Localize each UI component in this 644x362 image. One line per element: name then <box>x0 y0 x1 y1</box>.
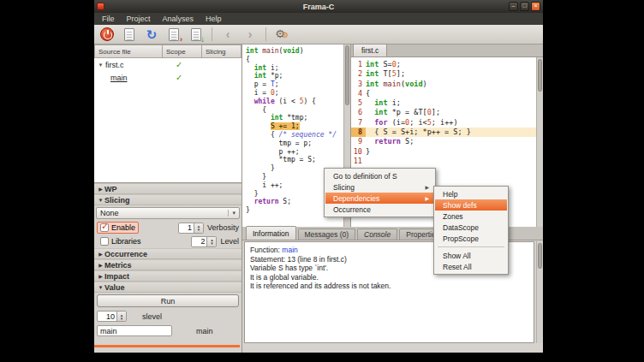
enable-option[interactable]: ✓ Enable <box>97 222 139 234</box>
source-line[interactable]: 2int T[5]; <box>351 69 536 79</box>
maximize-button[interactable]: □ <box>520 2 529 11</box>
section-value[interactable]: ▼ Value <box>94 282 242 293</box>
code-line[interactable]: { <box>246 106 350 115</box>
new-file-icon <box>124 28 134 41</box>
quit-button[interactable] <box>98 26 116 43</box>
info-scrollbar[interactable] <box>536 241 543 343</box>
back-button[interactable]: ‹ <box>218 26 237 43</box>
load-session-button[interactable]: › <box>164 26 183 43</box>
scrollbar-thumb[interactable] <box>538 243 542 269</box>
menu-item-label: Dependencies <box>333 194 379 203</box>
code-line[interactable]: { /* sequence */ <box>246 131 350 139</box>
section-metrics[interactable]: ▶ Metrics <box>94 259 242 270</box>
code-line[interactable]: tmp = p; <box>246 139 350 148</box>
enable-checkbox[interactable]: ✓ <box>100 223 109 232</box>
menu-project[interactable]: Project <box>121 14 157 24</box>
expander-icon[interactable]: ▼ <box>97 62 104 68</box>
level-spinner[interactable]: 2 ▴▾ <box>191 236 217 247</box>
submenu-item-help[interactable]: Help <box>435 188 507 199</box>
collapsed-icon: ▶ <box>97 251 104 257</box>
libraries-option[interactable]: Libraries <box>97 235 145 247</box>
code-line[interactable]: while (i < 5) { <box>246 98 350 106</box>
forward-button[interactable]: › <box>241 26 259 43</box>
code-line[interactable]: p ++; <box>246 148 350 157</box>
code-line[interactable]: i = 0; <box>246 89 350 98</box>
new-project-button[interactable] <box>120 26 139 43</box>
source-line[interactable]: 10} <box>351 147 536 157</box>
minimize-button[interactable]: – <box>509 2 518 11</box>
menu-item-label: Reset All <box>443 263 472 271</box>
line-code: { S = S+i; *p++ = S; } <box>366 128 471 137</box>
section-occurrence[interactable]: ▶ Occurrence <box>94 248 242 259</box>
tab-console[interactable]: Console <box>357 228 397 240</box>
spinner-arrows[interactable]: ▴▾ <box>116 312 126 321</box>
spinner-arrows[interactable]: ▴▾ <box>194 223 203 233</box>
slicing-combo[interactable]: None ▾ <box>96 207 240 219</box>
menu-help[interactable]: Help <box>200 14 228 24</box>
tab-first-c[interactable]: first.c <box>353 44 387 56</box>
tree-row-main[interactable]: main ✓ <box>94 71 242 84</box>
tree-row-first-c[interactable]: ▼ first.c ✓ <box>94 58 242 71</box>
context-menu-item-slicing[interactable]: Slicing▶ <box>325 181 434 193</box>
verbosity-spinner[interactable]: 1 ▴▾ <box>178 223 204 234</box>
submenu-item-propscope[interactable]: PropScope <box>435 233 507 244</box>
submenu-item-reset-all[interactable]: Reset All <box>435 261 507 272</box>
source-line[interactable]: 8 { S = S+i; *p++ = S; } <box>351 128 536 137</box>
line-number: 7 <box>351 118 366 128</box>
code-line[interactable]: int *p; <box>246 72 350 80</box>
scrollbar-thumb[interactable] <box>345 45 349 105</box>
source-line[interactable]: 4{ <box>351 89 536 98</box>
menu-file[interactable]: File <box>96 14 121 24</box>
context-menu-item-go-to-definition-of-s[interactable]: Go to definition of S <box>325 170 434 181</box>
section-slicing[interactable]: ▼ Slicing <box>94 194 242 205</box>
source-scrollbar[interactable] <box>536 57 543 227</box>
source-line[interactable]: 5 int i; <box>351 98 536 108</box>
column-source-file[interactable]: Source file <box>94 45 163 58</box>
code-line[interactable]: S += 1; <box>246 122 350 131</box>
spinner-arrows[interactable]: ▴▾ <box>206 237 216 246</box>
source-line[interactable]: 3int main(void) <box>351 80 536 89</box>
menu-analyses[interactable]: Analyses <box>157 14 200 24</box>
analyses-button[interactable]: ⚙⚙ <box>272 26 291 43</box>
line-code: int S=0; <box>366 60 401 69</box>
code-line[interactable]: *tmp = S; <box>246 156 350 164</box>
save-arrow-icon: ↓ <box>200 35 205 44</box>
line-code: int *p = &T[0]; <box>366 108 440 117</box>
spinner-value: 10 <box>98 312 116 321</box>
context-menu-item-occurrence[interactable]: Occurrence <box>325 204 434 215</box>
source-line[interactable]: 6 int *p = &T[0]; <box>351 108 536 117</box>
close-button[interactable]: × <box>531 2 540 11</box>
column-slicing[interactable]: Slicing <box>202 45 242 58</box>
column-scope[interactable]: Scope <box>163 45 202 58</box>
code-line[interactable]: int i; <box>246 64 350 73</box>
scrollbar-thumb[interactable] <box>538 59 542 92</box>
code-line[interactable]: { <box>246 56 350 64</box>
submenu-item-datascope[interactable]: DataScope <box>435 222 507 233</box>
submenu-item-show-all[interactable]: Show All <box>435 250 507 261</box>
section-label: Impact <box>104 272 129 281</box>
section-wp[interactable]: ▶ WP <box>94 183 242 194</box>
save-session-button[interactable]: ↓ <box>187 26 206 43</box>
source-line[interactable]: 1int S=0; <box>351 60 536 69</box>
submenu-item-show-defs[interactable]: Show defs <box>435 199 507 211</box>
line-number: 11 <box>351 157 366 166</box>
reload-button[interactable]: ↻ <box>142 26 161 43</box>
code-line[interactable]: int main(void) <box>246 47 350 56</box>
source-line[interactable]: 7 for (i=0; i<5; i++) <box>351 118 536 128</box>
code-line[interactable]: int *tmp; <box>246 114 350 122</box>
slevel-spinner[interactable]: 10 ▴▾ <box>97 311 127 322</box>
submenu-item-zones[interactable]: Zones <box>435 211 507 222</box>
code-line[interactable]: p = T; <box>246 80 350 89</box>
libraries-checkbox[interactable] <box>100 237 109 246</box>
tab-information[interactable]: Information <box>246 226 296 240</box>
source-line[interactable]: 9 return S; <box>351 137 536 146</box>
tab-messages-0[interactable]: Messages (0) <box>298 228 356 240</box>
line-number: 6 <box>351 108 366 117</box>
run-button[interactable]: Run <box>97 294 239 307</box>
source-line[interactable]: 11 <box>351 157 536 166</box>
analyses-panel: ▶ WP ▼ Slicing None ▾ ✓ Enable 1 ▴▾ <box>94 183 242 353</box>
section-impact[interactable]: ▶ Impact <box>94 270 242 282</box>
main-function-input[interactable]: main <box>97 325 172 336</box>
context-menu-item-dependencies[interactable]: Dependencies▶ <box>325 193 434 204</box>
slicing-enable-row: ✓ Enable 1 ▴▾ Verbosity <box>94 221 242 234</box>
